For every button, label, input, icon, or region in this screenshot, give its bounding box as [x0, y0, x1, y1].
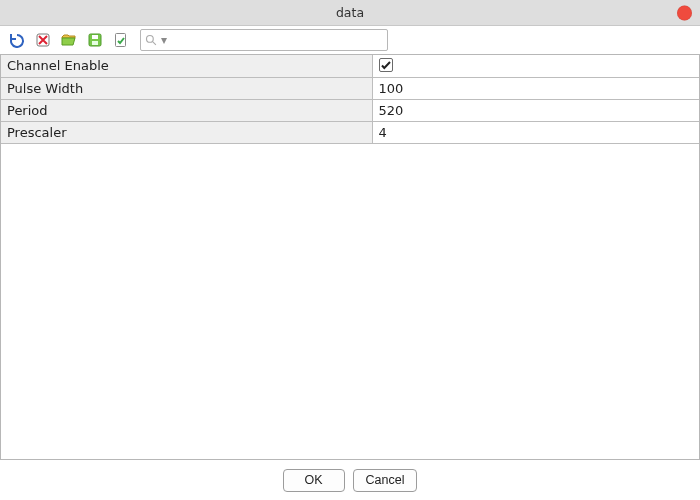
search-dropdown-indicator[interactable]: ▾	[161, 34, 167, 46]
prop-label: Period	[1, 99, 372, 121]
svg-rect-2	[92, 35, 98, 39]
validate-icon	[113, 32, 129, 48]
open-button[interactable]	[58, 29, 80, 51]
breakpoint-remove-button[interactable]	[32, 29, 54, 51]
prop-label: Pulse Width	[1, 77, 372, 99]
checkmark-icon	[380, 59, 392, 71]
prop-value-cell[interactable]: 100	[372, 77, 699, 99]
prop-value-cell[interactable]	[372, 55, 699, 77]
search-field[interactable]: ▾	[140, 29, 388, 51]
breakpoint-remove-icon	[35, 32, 51, 48]
prop-label: Channel Enable	[1, 55, 372, 77]
window-title: data	[336, 5, 364, 20]
prop-value-cell[interactable]: 4	[372, 121, 699, 143]
window-close-button[interactable]	[677, 5, 692, 20]
dialog-buttons: OK Cancel	[0, 460, 700, 500]
svg-point-5	[147, 36, 154, 43]
cancel-button[interactable]: Cancel	[353, 469, 418, 492]
open-folder-icon	[61, 32, 77, 48]
search-icon	[145, 34, 157, 46]
svg-rect-3	[92, 41, 98, 45]
titlebar: data	[0, 0, 700, 26]
undo-button[interactable]	[6, 29, 28, 51]
validate-button[interactable]	[110, 29, 132, 51]
prop-label: Prescaler	[1, 121, 372, 143]
ok-button[interactable]: OK	[283, 469, 345, 492]
table-row: Prescaler 4	[1, 121, 699, 143]
checkbox-checked[interactable]	[379, 58, 393, 72]
save-button[interactable]	[84, 29, 106, 51]
save-icon	[87, 32, 103, 48]
toolbar: ▾	[0, 26, 700, 54]
property-table: Channel Enable Pulse Width 100 Period 52…	[1, 55, 699, 144]
undo-icon	[9, 32, 25, 48]
table-row: Channel Enable	[1, 55, 699, 77]
property-sheet: Channel Enable Pulse Width 100 Period 52…	[0, 54, 700, 460]
table-row: Pulse Width 100	[1, 77, 699, 99]
table-row: Period 520	[1, 99, 699, 121]
svg-rect-4	[116, 34, 126, 47]
prop-value-cell[interactable]: 520	[372, 99, 699, 121]
search-input[interactable]	[171, 32, 383, 48]
